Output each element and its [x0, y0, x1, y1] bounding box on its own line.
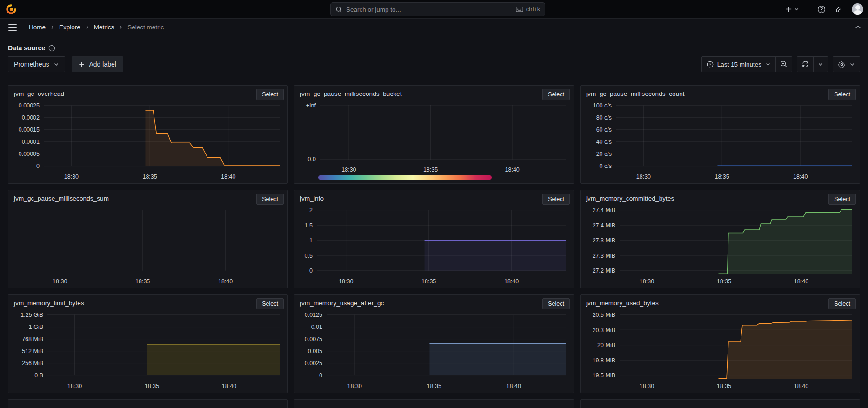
metric-panel-peek	[8, 399, 288, 408]
refresh-icon	[801, 60, 809, 68]
panel-title: jvm_memory_usage_after_gc	[300, 298, 542, 307]
y-axis-label: 0.0	[308, 156, 316, 162]
metric-panel: jvm_memory_used_bytes Select 20.5 MiB20.…	[580, 294, 860, 393]
y-axis: 27.4 MiB27.4 MiB27.3 MiB27.3 MiB27.2 MiB	[586, 207, 620, 276]
metric-panel: jvm_gc_overhead Select 0.000250.00020.00…	[8, 85, 288, 184]
chart-plot[interactable]	[317, 207, 566, 276]
help-icon[interactable]	[817, 5, 826, 13]
y-axis-label: 27.4 MiB	[593, 207, 615, 214]
chart-plot[interactable]	[327, 312, 566, 381]
search-icon	[335, 6, 342, 13]
panel-title: jvm_memory_used_bytes	[586, 298, 828, 307]
x-axis-label: 18:30	[347, 383, 362, 389]
y-axis: 100 c/s80 c/s60 c/s40 c/s20 c/s0 c/s	[586, 103, 616, 171]
chart-plot[interactable]	[31, 207, 280, 276]
x-axis-label: 18:40	[794, 278, 808, 285]
y-axis-label: 20.3 MiB	[593, 328, 615, 334]
panel-title: jvm_gc_pause_milliseconds_sum	[14, 194, 256, 202]
refresh-interval-dropdown[interactable]	[813, 57, 828, 72]
datasource-picker[interactable]: Prometheus	[8, 56, 65, 72]
y-axis-label: 0.00025	[19, 103, 40, 109]
metric-panel: jvm_memory_usage_after_gc Select 0.01250…	[294, 294, 574, 393]
chart-plot[interactable]	[320, 103, 566, 164]
heatmap-legend-gradient	[318, 175, 492, 180]
y-axis-label: 0 c/s	[600, 163, 612, 169]
y-axis-label: 19.5 MiB	[593, 373, 615, 379]
chart-area	[14, 207, 284, 276]
y-axis-label: 0	[36, 163, 40, 169]
zoom-out-button[interactable]	[775, 57, 792, 72]
y-axis-label: 0 B	[34, 373, 43, 379]
chart-plot[interactable]	[620, 312, 852, 381]
x-axis-label: 18:30	[53, 278, 67, 285]
panel-title: jvm_memory_committed_bytes	[586, 194, 828, 202]
chart-plot[interactable]	[47, 312, 280, 381]
chart-area: 0.000250.00020.000150.00010.000050	[14, 103, 284, 171]
panel-select-button[interactable]: Select	[828, 194, 856, 205]
metric-panel-peek	[294, 399, 574, 408]
y-axis-label: 0.0002	[22, 115, 40, 121]
panel-select-button[interactable]: Select	[828, 89, 856, 100]
chart-area: 20.5 MiB20.3 MiB20 MiB19.8 MiB19.5 MiB	[586, 312, 856, 381]
menu-icon[interactable]	[6, 22, 20, 33]
search-shortcut: ctrl+k	[516, 6, 540, 13]
y-axis-label: 768 MiB	[22, 336, 43, 342]
y-axis-label: 0.005	[308, 348, 322, 354]
chart-area: 1.25 GiB1 GiB768 MiB512 MiB256 MiB0 B	[14, 312, 284, 381]
metric-panel: jvm_memory_committed_bytes Select 27.4 M…	[580, 190, 860, 288]
time-range-picker[interactable]: Last 15 minutes	[702, 57, 775, 72]
metric-panel: jvm_gc_pause_milliseconds_sum Select 18:…	[8, 190, 288, 288]
y-axis-label: 40 c/s	[596, 139, 612, 145]
datasource-label: Data source	[8, 44, 45, 52]
panel-title: jvm_gc_pause_milliseconds_count	[586, 89, 828, 97]
news-icon[interactable]	[835, 5, 843, 13]
refresh-button[interactable]	[797, 57, 813, 72]
y-axis-label: 80 c/s	[596, 115, 612, 121]
x-axis-label: 18:40	[794, 383, 808, 389]
panel-select-button[interactable]: Select	[256, 89, 284, 100]
panel-select-button[interactable]: Select	[542, 89, 570, 100]
chart-area: 27.4 MiB27.4 MiB27.3 MiB27.3 MiB27.2 MiB	[586, 207, 856, 276]
chevron-down-icon	[794, 7, 799, 12]
x-axis-label: 18:30	[341, 167, 356, 173]
x-axis-label: 18:30	[64, 174, 79, 180]
settings-button[interactable]	[833, 57, 860, 72]
grafana-logo[interactable]	[6, 4, 17, 15]
search-input[interactable]	[346, 6, 512, 13]
y-axis-label: 27.3 MiB	[593, 253, 615, 259]
x-axis: 18:3018:3518:40	[620, 381, 852, 390]
chart-plot[interactable]	[44, 103, 280, 171]
x-axis-label: 18:40	[505, 167, 520, 173]
x-axis: 18:3018:3518:40	[31, 276, 280, 286]
chevron-right-icon	[50, 25, 55, 30]
breadcrumb-item[interactable]: Metrics	[94, 24, 114, 31]
clock-icon	[707, 61, 714, 68]
chart-plot[interactable]	[616, 103, 852, 171]
chevron-up-icon[interactable]	[855, 24, 861, 31]
chevron-down-icon	[818, 61, 823, 67]
x-axis-label: 18:35	[717, 278, 731, 285]
breadcrumb-item[interactable]: Explore	[59, 24, 80, 31]
panel-title: jvm_memory_limit_bytes	[14, 298, 256, 307]
panel-select-button[interactable]: Select	[256, 194, 284, 205]
panel-select-button[interactable]: Select	[256, 298, 284, 309]
x-axis-label: 18:40	[222, 383, 236, 389]
panel-select-button[interactable]: Select	[542, 194, 570, 205]
info-icon[interactable]	[48, 45, 55, 52]
add-label-button[interactable]: Add label	[72, 56, 123, 72]
panel-select-button[interactable]: Select	[542, 298, 570, 309]
y-axis: 21.510.50	[300, 207, 317, 276]
y-axis-label: +Inf	[306, 103, 316, 109]
avatar[interactable]	[852, 3, 863, 15]
gear-icon	[838, 60, 846, 68]
chart-plot[interactable]	[620, 207, 852, 276]
global-search[interactable]: ctrl+k	[330, 2, 545, 16]
x-axis: 18:3018:3518:40	[317, 276, 566, 286]
x-axis-label: 18:30	[636, 174, 651, 180]
panel-select-button[interactable]: Select	[828, 298, 856, 309]
y-axis-label: 1.5	[305, 223, 313, 229]
metric-panel: jvm_memory_limit_bytes Select 1.25 GiB1 …	[8, 294, 288, 393]
y-axis-label: 27.3 MiB	[593, 238, 615, 244]
breadcrumb-item[interactable]: Home	[29, 24, 46, 31]
new-button[interactable]	[785, 6, 799, 13]
